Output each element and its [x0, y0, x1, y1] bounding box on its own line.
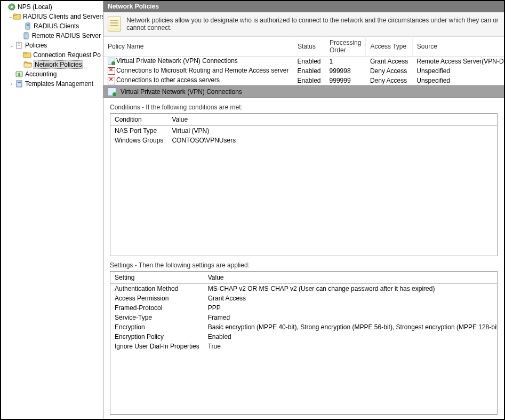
policy-deny-icon [108, 67, 115, 75]
col-value[interactable]: Value [204, 272, 498, 284]
policy-source: Unspecified [412, 76, 504, 85]
svg-text:$: $ [18, 72, 21, 77]
table-row[interactable]: EncryptionBasic encryption (MPPE 40-bit)… [110, 322, 498, 332]
policy-name: Connections to other access servers [116, 76, 220, 84]
svg-rect-4 [26, 23, 30, 29]
content-header: Network Policies [103, 1, 504, 12]
info-text: Network policies allow you to designate … [126, 17, 500, 31]
table-row[interactable]: Access PermissionGrant Access [110, 294, 498, 303]
settings-table: Setting Value Authentication MethodMS-CH… [110, 272, 498, 351]
table-row[interactable]: Encryption PolicyEnabled [110, 332, 498, 342]
server-icon [23, 22, 32, 30]
templates-icon [15, 80, 23, 88]
svg-point-1 [11, 6, 13, 8]
setting-value: True [204, 342, 498, 351]
table-row[interactable]: Authentication MethodMS-CHAP v2 OR MS-CH… [110, 284, 498, 294]
setting-name: Access Permission [110, 294, 204, 303]
policy-name: Connections to Microsoft Routing and Rem… [116, 67, 288, 74]
chevron-right-icon: › [9, 81, 15, 86]
tree-node-connection-request[interactable]: Connection Request Po [1, 50, 103, 60]
col-access[interactable]: Access Type [366, 37, 412, 57]
tree-node-radius-clients-servers[interactable]: ⌄ RADIUS Clients and Servers [1, 12, 103, 21]
tree-node-remote-radius[interactable]: Remote RADIUS Server [1, 31, 103, 41]
table-row[interactable]: Ignore User Dial-In PropertiesTrue [110, 342, 498, 351]
tree-label: Remote RADIUS Server [32, 32, 101, 39]
policy-ok-icon [108, 58, 115, 65]
policy-table-header[interactable]: Policy Name Status Processing Order Acce… [103, 37, 504, 57]
setting-name: Encryption Policy [110, 332, 204, 342]
col-condition[interactable]: Condition [110, 114, 167, 126]
setting-value: Basic encryption (MPPE 40-bit), Strong e… [204, 322, 498, 332]
condition-name: NAS Port Type [110, 125, 167, 136]
info-banner: Network policies allow you to designate … [103, 12, 504, 36]
conditions-box: Condition Value NAS Port TypeVirtual (VP… [110, 113, 498, 257]
tree-node-nps[interactable]: NPS (Local) [1, 2, 103, 12]
col-policy-name[interactable]: Policy Name [103, 37, 293, 57]
setting-value: MS-CHAP v2 OR MS-CHAP v2 (User can chang… [204, 284, 498, 294]
nav-tree: NPS (Local) ⌄ RADIUS Clients and Servers [1, 1, 103, 419]
policy-status: Enabled [293, 57, 325, 66]
svg-rect-3 [13, 14, 17, 15]
policy-status: Enabled [293, 76, 325, 85]
setting-name: Framed-Protocol [110, 303, 204, 313]
col-source[interactable]: Source [412, 37, 504, 57]
table-row[interactable]: NAS Port TypeVirtual (VPN) [110, 125, 497, 136]
tree-node-policies[interactable]: ⌄ Policies [1, 41, 103, 50]
policy-table: Policy Name Status Processing Order Acce… [103, 36, 504, 85]
setting-value: Framed [204, 313, 498, 322]
policy-status: Enabled [293, 66, 325, 76]
table-row[interactable]: Connections to Microsoft Routing and Rem… [103, 66, 504, 76]
tree-label: Network Policies [34, 60, 83, 69]
setting-name: Ignore User Dial-In Properties [110, 342, 204, 351]
svg-rect-19 [17, 81, 22, 87]
col-setting[interactable]: Setting [110, 272, 204, 284]
col-value[interactable]: Value [167, 114, 497, 126]
col-order[interactable]: Processing Order [325, 37, 366, 57]
svg-rect-7 [24, 33, 28, 39]
tree-label: NPS (Local) [18, 3, 52, 11]
conditions-label: Conditions - If the following conditions… [103, 98, 504, 113]
content-pane: Network Policies Network policies allow … [103, 1, 504, 419]
tree-label: Connection Request Po [33, 51, 101, 59]
chevron-down-icon: ⌄ [9, 14, 13, 19]
tree-label: RADIUS Clients [34, 22, 79, 30]
tree-node-radius-clients[interactable]: RADIUS Clients [1, 21, 103, 31]
policy-ok-icon [108, 88, 116, 96]
tree-label: RADIUS Clients and Servers [23, 13, 103, 20]
server-icon [22, 31, 30, 40]
table-row[interactable]: Windows GroupsCONTOSO\VPNUsers [110, 136, 497, 145]
svg-rect-5 [27, 24, 29, 25]
setting-value: PPP [204, 303, 498, 313]
col-status[interactable]: Status [293, 37, 325, 57]
chevron-down-icon: ⌄ [9, 43, 15, 48]
policy-order: 999999 [325, 76, 366, 85]
table-row[interactable]: Framed-ProtocolPPP [110, 303, 498, 313]
policy-access: Deny Access [366, 66, 412, 76]
policy-deny-icon [108, 77, 115, 84]
table-row[interactable]: Service-TypeFramed [110, 313, 498, 322]
document-icon [108, 17, 121, 31]
tree-label: Templates Management [25, 80, 93, 88]
policy-order: 999998 [325, 66, 366, 76]
table-row[interactable]: Connections to other access serversEnabl… [103, 76, 504, 85]
policies-icon [15, 41, 23, 50]
setting-value: Grant Access [204, 294, 498, 303]
tree-node-network-policies[interactable]: Network Policies [1, 60, 103, 69]
setting-name: Service-Type [110, 313, 204, 322]
nps-icon [7, 3, 16, 11]
svg-rect-6 [27, 25, 29, 26]
setting-value: Enabled [204, 332, 498, 342]
policy-name: Virtual Private Network (VPN) Connection… [116, 57, 238, 65]
selected-policy-name: Virtual Private Network (VPN) Connection… [121, 88, 242, 96]
svg-rect-14 [23, 52, 27, 54]
tree-node-templates[interactable]: › Templates Management [1, 79, 103, 89]
svg-rect-9 [25, 35, 27, 35]
policy-access: Deny Access [366, 76, 412, 85]
policy-source: Unspecified [412, 66, 504, 76]
tree-label: Accounting [25, 70, 57, 78]
selected-policy-header: Virtual Private Network (VPN) Connection… [103, 85, 504, 98]
tree-node-accounting[interactable]: $ Accounting [1, 69, 103, 79]
table-row[interactable]: Virtual Private Network (VPN) Connection… [103, 57, 504, 66]
condition-value: Virtual (VPN) [167, 125, 497, 136]
settings-label: Settings - Then the following settings a… [103, 256, 504, 271]
